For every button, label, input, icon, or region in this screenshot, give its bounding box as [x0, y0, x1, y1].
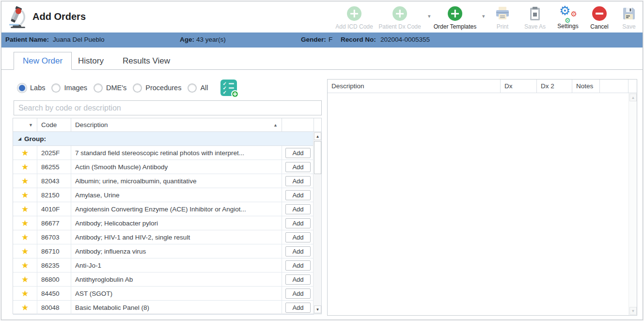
- cancel-button[interactable]: Cancel: [586, 6, 613, 30]
- radio-icon: [188, 83, 197, 93]
- add-order-button[interactable]: Add: [285, 232, 311, 242]
- code-cell: 86255: [37, 160, 71, 174]
- group-row[interactable]: ◢ Group:: [13, 132, 314, 146]
- add-order-button[interactable]: Add: [285, 162, 311, 172]
- scrollbar-thumb[interactable]: [314, 141, 321, 174]
- favorite-cell[interactable]: ★: [13, 146, 37, 160]
- favorite-cell[interactable]: ★: [13, 188, 37, 202]
- favorite-star-icon[interactable]: ★: [21, 233, 29, 241]
- plus-circle-icon: [347, 6, 361, 21]
- lab-order-row: ★ 86677 Antibody; Helicobacter pylori Ad…: [13, 216, 314, 230]
- tab-new-order[interactable]: New Order: [14, 52, 72, 70]
- orders-panel-scrollbar[interactable]: ▲ ▼: [628, 93, 637, 315]
- tab-history[interactable]: History: [69, 52, 112, 70]
- add-order-button[interactable]: Add: [285, 190, 311, 200]
- scroll-down-button[interactable]: ▼: [314, 305, 321, 313]
- dx-column-header[interactable]: Dx: [501, 80, 537, 93]
- code-cell: 80048: [37, 301, 71, 314]
- description-cell: Antibody; influenza virus: [71, 244, 282, 258]
- order-templates-button[interactable]: Order Templates: [430, 6, 480, 30]
- favorite-cell[interactable]: ★: [13, 287, 37, 300]
- add-order-button[interactable]: Add: [285, 218, 311, 228]
- description-cell: Actin (Smooth Muscle) Antibody: [71, 160, 282, 174]
- favorite-star-icon[interactable]: ★: [21, 163, 29, 171]
- favorite-cell[interactable]: ★: [13, 174, 37, 188]
- radio-labs[interactable]: Labs: [17, 83, 45, 93]
- favorite-cell[interactable]: ★: [13, 258, 37, 272]
- favorite-star-icon[interactable]: ★: [21, 261, 29, 270]
- radio-icon: [94, 83, 103, 93]
- favorite-cell[interactable]: ★: [13, 244, 37, 258]
- settings-button[interactable]: ⚙⚙⚙ Settings: [554, 6, 582, 30]
- radio-images[interactable]: Images: [51, 83, 87, 93]
- radio-dmes[interactable]: DME's: [94, 83, 126, 93]
- add-order-button[interactable]: Add: [285, 176, 311, 186]
- print-button[interactable]: Print: [490, 6, 515, 30]
- add-order-button[interactable]: Add: [285, 289, 311, 299]
- add-icd-code-button[interactable]: Add ICD Code: [332, 6, 377, 30]
- radio-all[interactable]: All: [188, 83, 208, 93]
- code-cell: 2025F: [37, 146, 71, 160]
- check-icon: ✓: [223, 90, 227, 95]
- favorite-star-icon[interactable]: ★: [21, 149, 29, 157]
- add-order-button[interactable]: Add: [285, 274, 311, 285]
- description-column-header[interactable]: Description: [328, 80, 501, 93]
- add-order-button[interactable]: Add: [285, 204, 311, 214]
- lab-table-scrollbar[interactable]: ▲ ▼: [313, 132, 321, 314]
- favorite-cell[interactable]: ★: [13, 273, 37, 286]
- favorite-star-icon[interactable]: ★: [21, 219, 29, 227]
- favorite-star-icon[interactable]: ★: [21, 247, 29, 256]
- favorite-cell[interactable]: ★: [13, 160, 37, 174]
- add-cell: Add: [282, 146, 314, 160]
- add-order-button[interactable]: Add: [285, 303, 311, 313]
- collapse-triangle-icon[interactable]: ◢: [18, 136, 21, 141]
- code-column-header[interactable]: Code: [37, 118, 71, 131]
- favorite-star-icon[interactable]: ★: [21, 289, 29, 298]
- favorite-star-icon[interactable]: ★: [21, 275, 29, 284]
- favorite-star-icon[interactable]: ★: [21, 191, 29, 199]
- scrollbar-header-stub: [628, 80, 637, 93]
- favorite-star-icon[interactable]: ★: [21, 177, 29, 185]
- patient-age-value: 43 year(s): [196, 36, 226, 43]
- floppy-disk-icon: [622, 6, 636, 21]
- clipboard-icon: [529, 6, 541, 21]
- scroll-up-button[interactable]: ▲: [629, 94, 637, 101]
- notes-column-header[interactable]: Notes: [572, 80, 600, 93]
- lab-order-row: ★ 84450 AST (SGOT) Add: [13, 287, 314, 301]
- description-cell: Anti-Jo-1: [71, 258, 282, 272]
- add-orders-window: Add Orders Add ICD Code Patient Dx Code …: [1, 1, 643, 320]
- radio-icon: [133, 83, 142, 93]
- search-input[interactable]: [14, 100, 322, 115]
- patient-dx-code-button[interactable]: Patient Dx Code: [375, 6, 425, 30]
- description-column-header[interactable]: Description▲: [71, 118, 282, 131]
- add-cell: Add: [282, 273, 314, 286]
- record-no-value: 202004-0005355: [380, 36, 430, 43]
- add-order-button[interactable]: Add: [285, 260, 311, 271]
- favorite-cell[interactable]: ★: [13, 230, 37, 244]
- add-cell: Add: [282, 174, 314, 188]
- order-templates-dropdown-icon[interactable]: ▾: [482, 13, 485, 19]
- favorite-cell[interactable]: ★: [13, 301, 37, 314]
- scroll-down-button[interactable]: ▼: [629, 307, 637, 315]
- favorite-column-header[interactable]: ▼: [13, 118, 37, 131]
- patient-name-value: Juana Del Pueblo: [53, 36, 105, 43]
- save-button[interactable]: Save: [618, 6, 640, 30]
- radio-procedures[interactable]: Procedures: [133, 83, 181, 93]
- lab-table-header: ▼ Code Description▲: [13, 118, 321, 132]
- favorite-cell[interactable]: ★: [13, 202, 37, 216]
- patient-name-label: Patient Name:: [5, 36, 49, 43]
- page-title: Add Orders: [32, 11, 86, 22]
- patient-gender-label: Gender:: [301, 36, 326, 43]
- favorite-star-icon[interactable]: ★: [21, 304, 29, 312]
- filter-dropdown-icon[interactable]: ▼: [29, 123, 33, 128]
- order-set-checklist-button[interactable]: ✓ ✓ ✓: [220, 80, 237, 96]
- add-order-button[interactable]: Add: [285, 246, 311, 257]
- save-as-button[interactable]: Save As: [520, 6, 550, 30]
- add-order-button[interactable]: Add: [285, 148, 311, 158]
- scroll-up-button[interactable]: ▲: [314, 132, 321, 140]
- tab-results-view[interactable]: Results View: [114, 52, 179, 70]
- dx2-column-header[interactable]: Dx 2: [537, 80, 572, 93]
- patient-gender-value: F: [329, 36, 332, 43]
- favorite-cell[interactable]: ★: [13, 216, 37, 230]
- favorite-star-icon[interactable]: ★: [21, 205, 29, 213]
